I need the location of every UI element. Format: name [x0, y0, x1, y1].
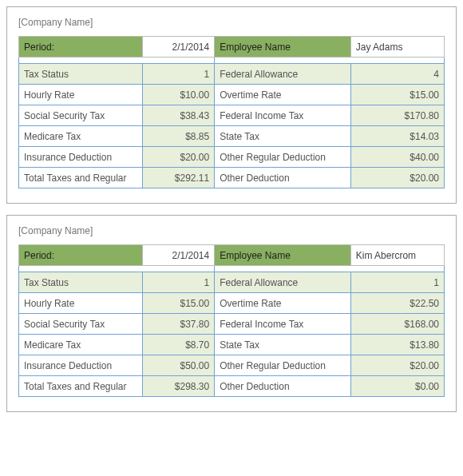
employee-name-value: Kim Abercrom: [350, 245, 444, 266]
period-label: Period:: [19, 245, 143, 266]
period-label: Period:: [19, 37, 143, 58]
field-label: Medicare Tax: [19, 335, 143, 355]
field-value: $170.80: [350, 105, 444, 126]
table-row: Total Taxes and Regular$298.30Other Dedu…: [19, 376, 445, 397]
field-label: Tax Status: [19, 272, 143, 293]
field-value: $20.00: [350, 168, 444, 188]
employee-name-label: Employee Name: [215, 245, 351, 266]
field-value: 1: [142, 272, 215, 293]
paystub-table: Period:2/1/2014Employee NameJay AdamsTax…: [18, 36, 445, 188]
field-label: Hourly Rate: [19, 293, 143, 314]
paystub-card: [Company Name]Period:2/1/2014Employee Na…: [6, 6, 457, 204]
field-value: 4: [350, 64, 444, 85]
field-label: State Tax: [215, 126, 351, 147]
field-value: $8.85: [142, 126, 215, 147]
field-label: Hourly Rate: [19, 85, 143, 105]
field-label: Overtime Rate: [215, 85, 351, 105]
table-row: Tax Status1Federal Allowance1: [19, 272, 445, 293]
field-value: 1: [142, 64, 215, 85]
employee-name-label: Employee Name: [215, 37, 351, 58]
field-label: Medicare Tax: [19, 126, 143, 147]
field-label: Federal Income Tax: [215, 314, 351, 335]
field-value: $15.00: [350, 85, 444, 105]
table-row: Medicare Tax$8.70State Tax$13.80: [19, 335, 445, 355]
field-value: $0.00: [350, 376, 444, 397]
field-label: Social Security Tax: [19, 314, 143, 335]
field-value: $40.00: [350, 147, 444, 168]
field-label: Overtime Rate: [215, 293, 351, 314]
field-label: Insurance Deduction: [19, 147, 143, 168]
field-label: Federal Allowance: [215, 272, 351, 293]
field-value: $10.00: [142, 85, 215, 105]
field-label: Tax Status: [19, 64, 143, 85]
field-label: Insurance Deduction: [19, 355, 143, 376]
company-name: [Company Name]: [18, 225, 445, 236]
field-label: Other Deduction: [215, 168, 351, 188]
paystub-table: Period:2/1/2014Employee NameKim Abercrom…: [18, 244, 445, 397]
field-value: $298.30: [142, 376, 215, 397]
field-value: $168.00: [350, 314, 444, 335]
table-row: Medicare Tax$8.85State Tax$14.03: [19, 126, 445, 147]
table-row: Hourly Rate$10.00Overtime Rate$15.00: [19, 85, 445, 105]
period-value: 2/1/2014: [142, 245, 215, 266]
field-value: $14.03: [350, 126, 444, 147]
field-value: $15.00: [142, 293, 215, 314]
field-label: Other Regular Deduction: [215, 355, 351, 376]
field-label: Other Regular Deduction: [215, 147, 351, 168]
field-label: State Tax: [215, 335, 351, 355]
field-label: Total Taxes and Regular: [19, 168, 143, 188]
field-value: $8.70: [142, 335, 215, 355]
field-value: $38.43: [142, 105, 215, 126]
employee-name-value: Jay Adams: [350, 37, 444, 58]
table-row: Total Taxes and Regular$292.11Other Dedu…: [19, 168, 445, 188]
table-row: Insurance Deduction$20.00Other Regular D…: [19, 147, 445, 168]
table-row: Insurance Deduction$50.00Other Regular D…: [19, 355, 445, 376]
field-value: 1: [350, 272, 444, 293]
field-value: $20.00: [350, 355, 444, 376]
field-value: $50.00: [142, 355, 215, 376]
period-value: 2/1/2014: [142, 37, 215, 58]
field-value: $292.11: [142, 168, 215, 188]
field-value: $22.50: [350, 293, 444, 314]
field-label: Other Deduction: [215, 376, 351, 397]
table-row: Social Security Tax$37.80Federal Income …: [19, 314, 445, 335]
field-label: Federal Allowance: [215, 64, 351, 85]
field-value: $13.80: [350, 335, 444, 355]
table-row: Social Security Tax$38.43Federal Income …: [19, 105, 445, 126]
table-row: Tax Status1Federal Allowance4: [19, 64, 445, 85]
field-label: Social Security Tax: [19, 105, 143, 126]
field-label: Federal Income Tax: [215, 105, 351, 126]
field-value: $20.00: [142, 147, 215, 168]
field-label: Total Taxes and Regular: [19, 376, 143, 397]
company-name: [Company Name]: [18, 17, 445, 28]
table-row: Hourly Rate$15.00Overtime Rate$22.50: [19, 293, 445, 314]
field-value: $37.80: [142, 314, 215, 335]
paystub-card: [Company Name]Period:2/1/2014Employee Na…: [6, 215, 457, 412]
